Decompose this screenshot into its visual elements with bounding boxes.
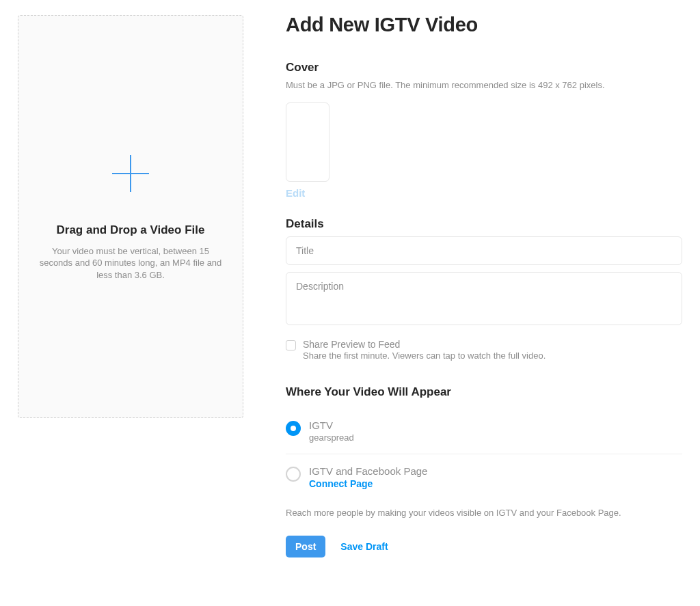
section-title-details: Details [286, 217, 682, 231]
details-section: Details Share Preview to Feed Share the … [286, 217, 682, 361]
page: Drag and Drop a Video File Your video mu… [0, 0, 700, 573]
description-input[interactable] [286, 272, 682, 325]
share-preview-sub: Share the first minute. Viewers can tap … [303, 350, 546, 361]
radio-igtv[interactable] [286, 421, 301, 436]
dropzone-heading: Drag and Drop a Video File [57, 223, 205, 237]
appear-section: Where Your Video Will Appear IGTV gearsp… [286, 385, 682, 518]
connect-page-link[interactable]: Connect Page [309, 478, 373, 489]
cover-section: Cover Must be a JPG or PNG file. The min… [286, 61, 682, 199]
share-preview-label: Share Preview to Feed [303, 339, 546, 350]
video-dropzone[interactable]: Drag and Drop a Video File Your video mu… [18, 15, 243, 418]
reach-helper: Reach more people by making your videos … [286, 508, 682, 518]
section-title-cover: Cover [286, 61, 682, 74]
dropzone-description: Your video must be vertical, between 15 … [38, 245, 223, 281]
post-button[interactable]: Post [286, 536, 325, 557]
cover-helper: Must be a JPG or PNG file. The minimum r… [286, 80, 682, 90]
share-preview-checkbox[interactable] [286, 340, 296, 350]
option-label: IGTV and Facebook Page [309, 465, 427, 477]
appear-option-igtv[interactable]: IGTV gearspread [286, 409, 682, 454]
section-title-appear: Where Your Video Will Appear [286, 385, 682, 399]
cover-edit-button[interactable]: Edit [286, 187, 305, 199]
option-sub: gearspread [309, 432, 354, 443]
share-preview-row: Share Preview to Feed Share the first mi… [286, 339, 682, 361]
share-preview-text: Share Preview to Feed Share the first mi… [303, 339, 546, 361]
page-title: Add New IGTV Video [286, 14, 682, 36]
title-input[interactable] [286, 236, 682, 265]
radio-igtv-facebook[interactable] [286, 467, 301, 482]
plus-icon [109, 152, 152, 197]
appear-option-igtv-facebook[interactable]: IGTV and Facebook Page Connect Page [286, 454, 682, 501]
cover-thumbnail[interactable] [286, 102, 329, 182]
option-label: IGTV [309, 419, 354, 431]
form-actions: Post Save Draft [286, 536, 682, 557]
save-draft-button[interactable]: Save Draft [340, 541, 388, 552]
form-panel: Add New IGTV Video Cover Must be a JPG o… [286, 15, 682, 557]
